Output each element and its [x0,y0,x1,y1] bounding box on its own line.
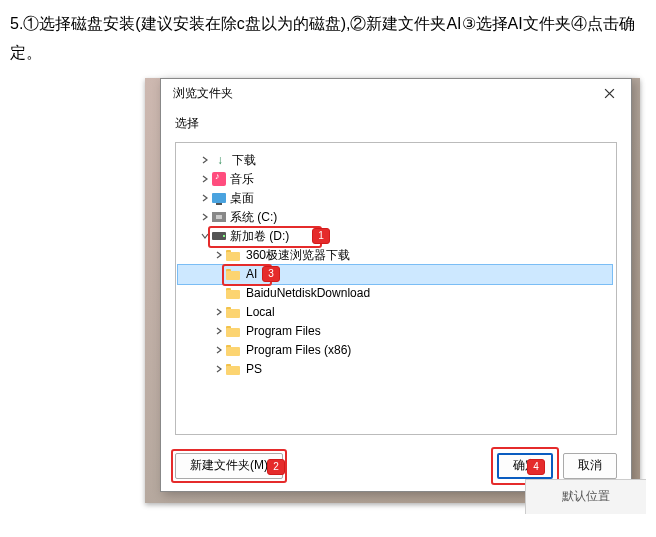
tree-item-label: 音乐 [230,171,254,188]
folder-icon [226,267,242,281]
expand-icon[interactable] [212,248,226,262]
tree-item[interactable]: 360极速浏览器下载 [178,246,612,265]
expand-icon[interactable] [198,172,212,186]
drive-icon [212,232,226,240]
tree-item-label: AI [246,267,257,281]
dialog-titlebar: 浏览文件夹 [161,79,631,109]
folder-icon [226,362,242,376]
dialog-title: 浏览文件夹 [173,85,595,102]
tree-item-label: Local [246,305,275,319]
partial-button-behind: 默认位置 [525,479,646,514]
drive-icon [212,212,226,222]
new-folder-button[interactable]: 新建文件夹(M) [175,453,283,479]
desktop-icon [212,193,226,203]
tree-item-label: 360极速浏览器下载 [246,247,350,264]
expand-icon[interactable] [198,210,212,224]
tree-item[interactable]: BaiduNetdiskDownload [178,284,612,303]
tree-item-label: 桌面 [230,190,254,207]
folder-icon [226,305,242,319]
tree-item-label: PS [246,362,262,376]
browse-folder-dialog: 浏览文件夹 选择 ↓下载音乐桌面系统 (C:)新加卷 (D:)1360极速浏览器… [160,78,632,492]
folder-tree[interactable]: ↓下载音乐桌面系统 (C:)新加卷 (D:)1360极速浏览器下载AI3Baid… [175,142,617,435]
folder-icon [226,324,242,338]
expand-icon[interactable] [212,324,226,338]
dialog-prompt: 选择 [161,109,631,138]
expand-icon[interactable] [198,153,212,167]
expand-icon[interactable] [198,229,212,243]
tree-item[interactable]: 桌面 [178,189,612,208]
tree-item-label: 新加卷 (D:) [230,228,289,245]
folder-icon [226,343,242,357]
tree-item[interactable]: Local [178,303,612,322]
tree-item[interactable]: 系统 (C:) [178,208,612,227]
expand-icon[interactable] [212,305,226,319]
folder-icon [226,248,242,262]
tree-item[interactable]: ↓下载 [178,151,612,170]
tree-item[interactable]: Program Files [178,322,612,341]
tree-item-label: Program Files [246,324,321,338]
tree-item-label: 系统 (C:) [230,209,277,226]
tree-item-label: Program Files (x86) [246,343,351,357]
folder-icon [226,286,242,300]
tree-item[interactable]: Program Files (x86) [178,341,612,360]
expand-icon[interactable] [198,191,212,205]
music-icon [212,172,226,186]
download-icon: ↓ [212,153,228,167]
tree-item-label: BaiduNetdiskDownload [246,286,370,300]
expand-icon[interactable] [212,343,226,357]
tree-item[interactable]: PS [178,360,612,379]
close-icon [604,88,615,99]
tree-item[interactable]: AI [178,265,612,284]
tree-item[interactable]: 音乐 [178,170,612,189]
close-button[interactable] [595,86,623,102]
tree-item-label: 下载 [232,152,256,169]
ok-button[interactable]: 确定 [497,453,553,479]
cancel-button[interactable]: 取消 [563,453,617,479]
tree-item[interactable]: 新加卷 (D:) [178,227,612,246]
instruction-text: 5.①选择磁盘安装(建议安装在除c盘以为的磁盘),②新建文件夹AI③选择AI文件… [10,10,646,68]
expand-icon[interactable] [212,362,226,376]
